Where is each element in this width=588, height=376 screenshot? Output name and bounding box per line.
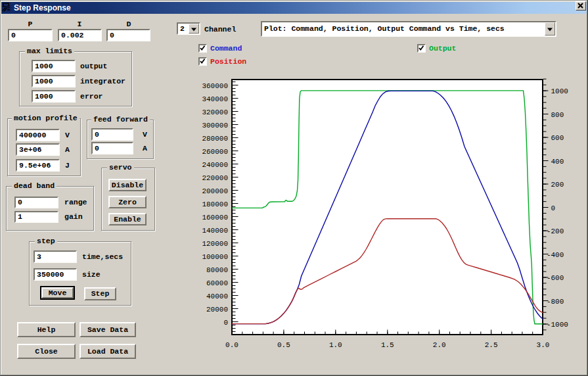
- svg-text:160000: 160000: [202, 214, 228, 222]
- svg-text:60000: 60000: [206, 279, 228, 287]
- svg-text:0.0: 0.0: [225, 341, 238, 349]
- svg-text:180000: 180000: [202, 200, 228, 208]
- svg-text:3.0: 3.0: [537, 341, 550, 349]
- svg-text:200: 200: [551, 181, 564, 189]
- svg-text:600: 600: [551, 134, 564, 142]
- svg-text:20000: 20000: [206, 306, 228, 314]
- svg-text:100000: 100000: [202, 253, 228, 261]
- svg-text:320000: 320000: [202, 108, 228, 116]
- svg-text:1.0: 1.0: [329, 341, 342, 349]
- svg-text:0: 0: [223, 319, 228, 327]
- svg-text:1000: 1000: [551, 87, 568, 95]
- svg-text:120000: 120000: [202, 240, 228, 248]
- svg-text:400: 400: [551, 158, 564, 166]
- svg-text:300000: 300000: [202, 122, 228, 129]
- svg-text:0.5: 0.5: [277, 341, 290, 349]
- svg-text:40000: 40000: [206, 293, 228, 300]
- svg-text:360000: 360000: [202, 82, 228, 90]
- svg-text:0: 0: [551, 204, 556, 212]
- svg-text:200000: 200000: [202, 187, 228, 195]
- svg-text:-1000: -1000: [547, 321, 568, 329]
- svg-text:80000: 80000: [206, 266, 228, 274]
- svg-text:-400: -400: [547, 251, 564, 259]
- svg-text:280000: 280000: [202, 135, 228, 143]
- svg-text:800: 800: [551, 111, 564, 119]
- svg-text:240000: 240000: [202, 161, 228, 169]
- svg-text:2.0: 2.0: [433, 341, 446, 349]
- svg-text:1.5: 1.5: [381, 341, 394, 349]
- svg-text:340000: 340000: [202, 95, 228, 103]
- svg-text:-800: -800: [547, 298, 564, 306]
- svg-text:-200: -200: [547, 227, 564, 235]
- svg-text:220000: 220000: [202, 174, 228, 182]
- svg-text:140000: 140000: [202, 227, 228, 235]
- svg-text:2.5: 2.5: [485, 341, 498, 349]
- svg-text:-600: -600: [547, 274, 564, 282]
- svg-text:260000: 260000: [202, 148, 228, 156]
